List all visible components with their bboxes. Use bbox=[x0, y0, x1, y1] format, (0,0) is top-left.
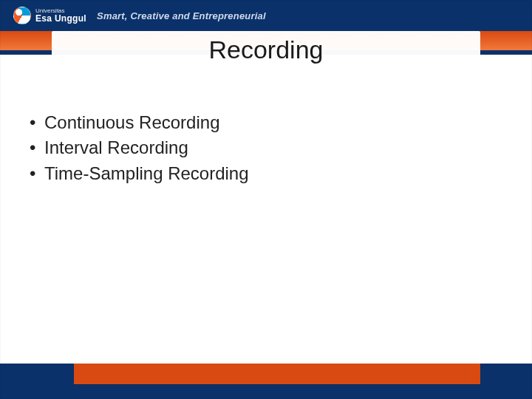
list-item: Time-Sampling Recording bbox=[25, 162, 488, 185]
list-item: Interval Recording bbox=[25, 136, 488, 160]
header-tagline: Smart, Creative and Entrepreneurial bbox=[97, 10, 266, 21]
header-bar: Universitas Esa Unggul Smart, Creative a… bbox=[0, 0, 532, 31]
slide: Universitas Esa Unggul Smart, Creative a… bbox=[0, 0, 532, 399]
footer-orange-bar bbox=[74, 364, 480, 384]
bullet-text: Interval Recording bbox=[44, 137, 188, 157]
bullet-list: Continuous Recording Interval Recording … bbox=[25, 111, 488, 185]
bullet-text: Time-Sampling Recording bbox=[44, 163, 249, 183]
content-area: Continuous Recording Interval Recording … bbox=[25, 111, 488, 187]
logo-swoosh-icon bbox=[13, 7, 31, 24]
list-item: Continuous Recording bbox=[25, 111, 488, 134]
logo-big-text: Esa Unggul bbox=[35, 14, 86, 24]
logo-text: Universitas Esa Unggul bbox=[35, 8, 86, 24]
university-logo: Universitas Esa Unggul bbox=[13, 7, 86, 24]
logo-small-text: Universitas bbox=[35, 8, 86, 14]
bullet-text: Continuous Recording bbox=[44, 112, 219, 132]
slide-title: Recording bbox=[209, 35, 324, 64]
title-plate: Recording bbox=[52, 31, 480, 75]
